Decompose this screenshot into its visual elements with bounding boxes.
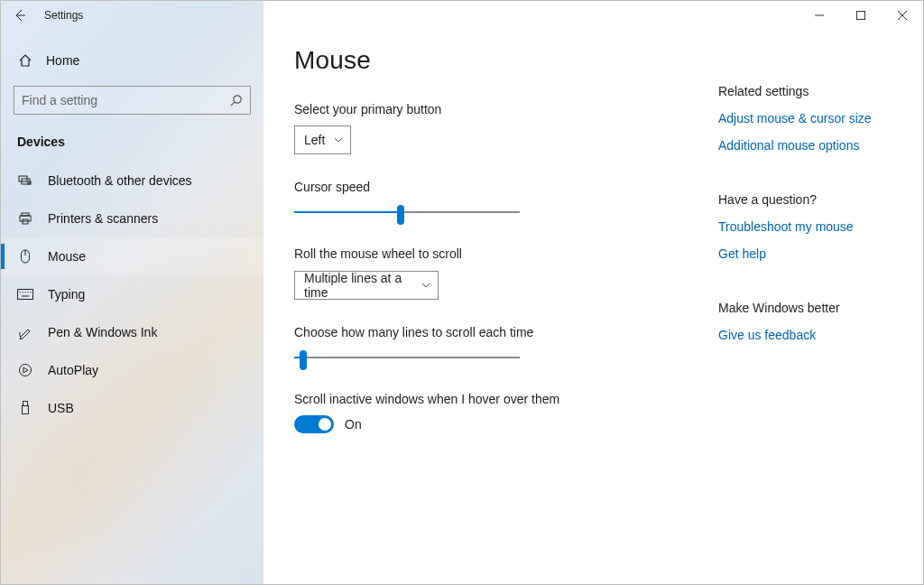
settings-window: Settings Home <box>0 0 924 585</box>
nav-autoplay[interactable]: AutoPlay <box>1 351 263 389</box>
related-settings-group: Related settings Adjust mouse & cursor s… <box>718 84 892 153</box>
cursor-speed-label: Cursor speed <box>294 180 682 194</box>
inactive-scroll-section: Scroll inactive windows when I hover ove… <box>294 392 682 433</box>
link-additional-options[interactable]: Additional mouse options <box>718 138 892 153</box>
nav-list: Bluetooth & other devices Printers & sca… <box>1 162 263 427</box>
nav-label: AutoPlay <box>48 363 98 377</box>
cursor-speed-section: Cursor speed <box>294 180 682 221</box>
primary-button-section: Select your primary button Left <box>294 102 682 154</box>
link-adjust-cursor[interactable]: Adjust mouse & cursor size <box>718 111 892 125</box>
nav-mouse[interactable]: Mouse <box>1 237 263 275</box>
printer-icon <box>17 211 33 226</box>
side-column: Related settings Adjust mouse & cursor s… <box>718 46 892 584</box>
svg-rect-11 <box>20 216 31 221</box>
nav-label: Printers & scanners <box>48 211 158 226</box>
back-button[interactable] <box>1 1 39 30</box>
inactive-scroll-label: Scroll inactive windows when I hover ove… <box>294 392 682 406</box>
inactive-scroll-toggle[interactable] <box>294 415 334 433</box>
close-icon <box>898 11 907 20</box>
nav-bluetooth[interactable]: Bluetooth & other devices <box>1 162 263 200</box>
primary-button-dropdown[interactable]: Left <box>294 125 351 154</box>
svg-rect-15 <box>18 290 33 300</box>
svg-point-5 <box>234 96 241 103</box>
svg-rect-23 <box>23 402 28 406</box>
nav-label: Bluetooth & other devices <box>48 173 192 188</box>
nav-usb[interactable]: USB <box>1 389 263 427</box>
close-button[interactable] <box>882 1 923 30</box>
primary-button-label: Select your primary button <box>294 102 682 116</box>
usb-icon <box>17 401 33 415</box>
main-content: Mouse Select your primary button Left Cu… <box>263 1 923 584</box>
link-get-help[interactable]: Get help <box>718 246 892 261</box>
slider-thumb[interactable] <box>300 350 307 370</box>
back-icon <box>13 8 27 23</box>
related-heading: Related settings <box>718 84 892 98</box>
maximize-icon <box>856 11 865 20</box>
lines-scroll-section: Choose how many lines to scroll each tim… <box>294 325 682 367</box>
nav-label: Mouse <box>48 249 86 264</box>
chevron-down-icon <box>334 137 343 143</box>
chevron-down-icon <box>421 283 430 288</box>
wheel-scroll-value: Multiple lines at a time <box>304 271 412 300</box>
wheel-scroll-dropdown[interactable]: Multiple lines at a time <box>294 271 439 300</box>
minimize-icon <box>815 11 824 20</box>
wheel-scroll-section: Roll the mouse wheel to scroll Multiple … <box>294 246 682 300</box>
primary-button-value: Left <box>304 133 325 147</box>
link-feedback[interactable]: Give us feedback <box>718 328 892 342</box>
cursor-speed-slider[interactable] <box>294 203 520 221</box>
maximize-button[interactable] <box>840 1 882 30</box>
page-title: Mouse <box>294 46 682 75</box>
autoplay-icon <box>17 363 33 377</box>
question-heading: Have a question? <box>718 192 892 207</box>
home-button[interactable]: Home <box>1 42 263 79</box>
home-label: Home <box>46 53 79 68</box>
lines-scroll-slider[interactable] <box>294 348 520 367</box>
svg-rect-24 <box>23 406 29 414</box>
slider-thumb[interactable] <box>397 205 404 225</box>
nav-label: Typing <box>48 287 85 302</box>
nav-pen[interactable]: Pen & Windows Ink <box>1 313 263 351</box>
nav-typing[interactable]: Typing <box>1 275 263 313</box>
keyboard-icon <box>17 289 33 300</box>
pen-icon <box>17 325 33 339</box>
minimize-button[interactable] <box>799 1 840 30</box>
lines-scroll-label: Choose how many lines to scroll each tim… <box>294 325 682 339</box>
svg-line-6 <box>231 102 235 106</box>
svg-rect-2 <box>857 12 865 20</box>
category-heading: Devices <box>1 129 263 162</box>
sidebar: Home Devices Bluetooth & other devices P… <box>1 1 263 584</box>
titlebar: Settings <box>1 1 923 30</box>
app-title: Settings <box>44 9 83 22</box>
svg-point-22 <box>20 365 32 376</box>
search-box[interactable] <box>14 86 251 115</box>
better-group: Make Windows better Give us feedback <box>718 301 892 342</box>
nav-label: Pen & Windows Ink <box>48 325 157 339</box>
search-icon <box>230 94 243 107</box>
nav-printers[interactable]: Printers & scanners <box>1 200 263 237</box>
nav-label: USB <box>48 401 74 415</box>
toggle-state: On <box>345 417 362 432</box>
search-input[interactable] <box>22 93 230 107</box>
bluetooth-icon <box>17 174 33 187</box>
home-icon <box>17 53 33 68</box>
wheel-scroll-label: Roll the mouse wheel to scroll <box>294 246 682 261</box>
link-troubleshoot[interactable]: Troubleshoot my mouse <box>718 219 892 234</box>
mouse-icon <box>17 249 33 264</box>
question-group: Have a question? Troubleshoot my mouse G… <box>718 192 892 261</box>
better-heading: Make Windows better <box>718 301 892 315</box>
window-controls <box>799 1 923 30</box>
